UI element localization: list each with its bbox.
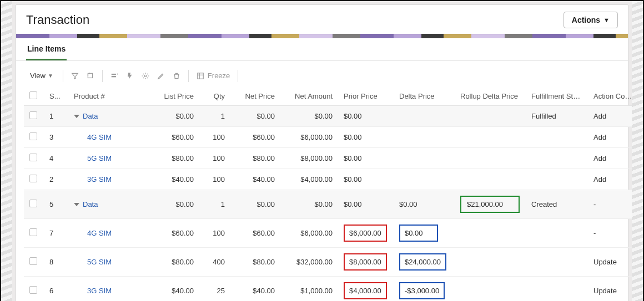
- table-row[interactable]: 23G SIM$40.00100$40.00$4,000.00$0.00Add: [24, 169, 638, 190]
- filter-icon[interactable]: [68, 70, 82, 82]
- cell-action-code: Add: [593, 112, 606, 120]
- cell-prior-price: $0.00: [344, 200, 362, 208]
- cell-net-amount: $6,000.00: [300, 229, 333, 237]
- header-row: S... Product # List Price Qty Net Price …: [24, 87, 638, 106]
- row-checkbox[interactable]: [29, 132, 37, 140]
- svg-rect-2: [112, 76, 116, 77]
- trash-icon[interactable]: [169, 70, 184, 82]
- product-link[interactable]: 4G SIM: [87, 229, 112, 237]
- svg-rect-0: [88, 73, 92, 78]
- cell-net-amount: $8,000.00: [300, 154, 333, 162]
- cell-action-code: Add: [593, 175, 606, 183]
- svg-text:+: +: [116, 72, 118, 75]
- table-row[interactable]: 63G SIM$40.0025$40.00$1,000.00$4,000.00-…: [24, 277, 638, 302]
- col-qty[interactable]: Qty: [199, 87, 230, 106]
- row-checkbox[interactable]: [29, 228, 37, 236]
- svg-point-4: [144, 75, 147, 77]
- cell-fulfillment-status: Created: [531, 200, 557, 208]
- col-fulfillment-status[interactable]: Fulfillment Stat...: [526, 87, 588, 106]
- product-link[interactable]: Data: [83, 112, 98, 120]
- svg-rect-5: [198, 73, 204, 79]
- table-row[interactable]: 34G SIM$60.00100$60.00$6,000.00$0.00Add: [24, 127, 638, 148]
- detach-icon[interactable]: [83, 70, 98, 82]
- cell-prior-price: $6,000.00: [344, 225, 387, 242]
- table-row[interactable]: 5Data$0.001$0.00$0.00$0.00$0.00$21,000.0…: [24, 190, 638, 219]
- row-checkbox[interactable]: [29, 200, 37, 207]
- cell-net-amount: $4,000.00: [300, 175, 333, 183]
- product-link[interactable]: 4G SIM: [87, 133, 112, 141]
- col-seq[interactable]: S...: [44, 87, 68, 106]
- product-link[interactable]: 3G SIM: [87, 175, 112, 183]
- cell-net-price: $80.00: [253, 258, 275, 266]
- app-frame: Transaction Actions ▼ Line Items View ▼: [0, 0, 644, 301]
- cell-net-price: $80.00: [253, 154, 275, 162]
- cell-prior-price: $8,000.00: [344, 253, 387, 271]
- cell-seq: 4: [49, 154, 53, 162]
- quick-action-icon[interactable]: [123, 70, 137, 82]
- cell-net-amount: $32,000.00: [296, 258, 333, 266]
- cell-list-price: $0.00: [175, 200, 194, 208]
- cell-qty: 400: [213, 258, 225, 266]
- col-rollup-delta[interactable]: Rollup Delta Price: [455, 87, 526, 106]
- cell-prior-price: $0.00: [344, 112, 362, 120]
- header: Transaction Actions ▼: [16, 5, 628, 34]
- gear-icon[interactable]: [138, 70, 153, 82]
- pencil-icon[interactable]: [154, 70, 168, 82]
- actions-label: Actions: [572, 16, 600, 24]
- table-row[interactable]: 1Data$0.001$0.00$0.00$0.00FulfilledAdd: [24, 106, 638, 127]
- col-action-code[interactable]: Action Code: [588, 87, 638, 106]
- cell-delta-price: $0.00: [399, 200, 417, 208]
- tab-line-items[interactable]: Line Items: [26, 44, 67, 60]
- decorative-strip: [16, 34, 628, 38]
- row-checkbox[interactable]: [29, 111, 37, 119]
- actions-button[interactable]: Actions ▼: [564, 12, 618, 28]
- cell-qty: 100: [213, 133, 225, 141]
- caret-down-icon: ▼: [603, 17, 610, 23]
- cell-delta-price: -$3,000.00: [399, 282, 445, 299]
- freeze-button[interactable]: Freeze: [193, 70, 233, 81]
- product-link[interactable]: Data: [83, 200, 98, 208]
- cell-net-amount: $0.00: [314, 112, 333, 120]
- select-all-checkbox[interactable]: [29, 91, 37, 99]
- toolbar: View ▼ +: [24, 67, 620, 87]
- product-link[interactable]: 5G SIM: [87, 154, 112, 162]
- row-checkbox[interactable]: [29, 154, 37, 161]
- cell-prior-price: $4,000.00: [344, 282, 387, 299]
- row-checkbox[interactable]: [29, 257, 37, 265]
- col-product[interactable]: Product #: [68, 87, 152, 106]
- cell-seq: 5: [49, 200, 53, 208]
- row-checkbox[interactable]: [29, 286, 37, 294]
- table-row[interactable]: 45G SIM$80.00100$80.00$8,000.00$0.00Add: [24, 148, 638, 169]
- cell-net-price: $60.00: [253, 133, 275, 141]
- divider: [63, 70, 63, 82]
- cell-list-price: $40.00: [172, 287, 194, 295]
- divider: [188, 70, 189, 82]
- cell-net-amount: $1,000.00: [300, 287, 333, 295]
- table-row[interactable]: 85G SIM$80.00400$80.00$32,000.00$8,000.0…: [24, 248, 638, 277]
- cell-net-price: $40.00: [253, 287, 275, 295]
- disclosure-icon[interactable]: [74, 203, 79, 206]
- row-checkbox[interactable]: [29, 175, 37, 182]
- product-link[interactable]: 3G SIM: [87, 287, 112, 295]
- cell-seq: 2: [49, 175, 53, 183]
- main-panel: Transaction Actions ▼ Line Items View ▼: [16, 4, 628, 301]
- cell-qty: 100: [213, 229, 225, 237]
- cell-net-price: $0.00: [256, 112, 275, 120]
- cell-list-price: $40.00: [172, 175, 194, 183]
- view-menu-button[interactable]: View ▼: [25, 69, 58, 83]
- cell-list-price: $80.00: [172, 154, 194, 162]
- cell-action-code: Add: [593, 154, 606, 162]
- col-delta-price[interactable]: Delta Price: [394, 87, 455, 106]
- col-list-price[interactable]: List Price: [152, 87, 199, 106]
- col-net-amount[interactable]: Net Amount: [280, 87, 338, 106]
- product-link[interactable]: 5G SIM: [87, 258, 112, 266]
- cell-qty: 25: [217, 287, 225, 295]
- add-row-icon[interactable]: +: [107, 70, 122, 82]
- col-net-price[interactable]: Net Price: [230, 87, 280, 106]
- cell-qty: 100: [213, 154, 225, 162]
- svg-rect-1: [112, 73, 116, 74]
- col-prior-price[interactable]: Prior Price: [338, 87, 394, 106]
- disclosure-icon[interactable]: [74, 115, 79, 118]
- table-row[interactable]: 74G SIM$60.00100$60.00$6,000.00$6,000.00…: [24, 219, 638, 248]
- cell-list-price: $60.00: [172, 229, 194, 237]
